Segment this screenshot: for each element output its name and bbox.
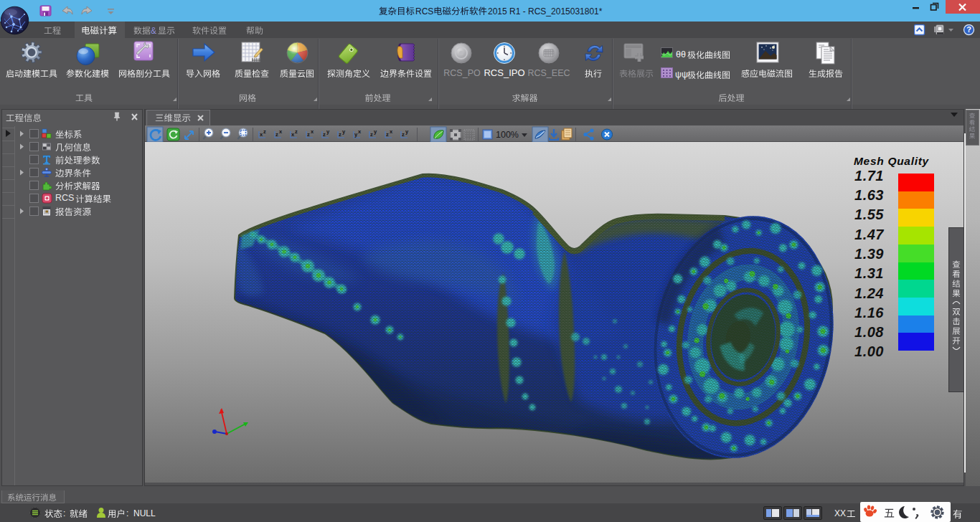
svg-text:y: y <box>326 128 330 135</box>
svg-text:z: z <box>323 131 326 138</box>
svg-text:?: ? <box>966 25 971 34</box>
svg-text:x: x <box>279 128 283 135</box>
svg-text:z: z <box>307 131 310 138</box>
svg-text:z: z <box>370 131 373 138</box>
svg-text:x: x <box>311 128 314 135</box>
svg-text:z: z <box>263 128 266 135</box>
svg-text:x: x <box>390 128 393 135</box>
svg-text:x: x <box>358 128 362 135</box>
svg-text:z: z <box>402 131 405 138</box>
svg-text:z: z <box>339 131 341 138</box>
svg-text:z: z <box>295 128 298 135</box>
svg-text:y: y <box>405 128 409 135</box>
svg-text:y: y <box>374 128 377 135</box>
svg-text:z: z <box>386 131 389 138</box>
svg-text:100%: 100% <box>496 130 519 140</box>
svg-text:z: z <box>275 131 278 138</box>
svg-text:y: y <box>342 128 346 135</box>
